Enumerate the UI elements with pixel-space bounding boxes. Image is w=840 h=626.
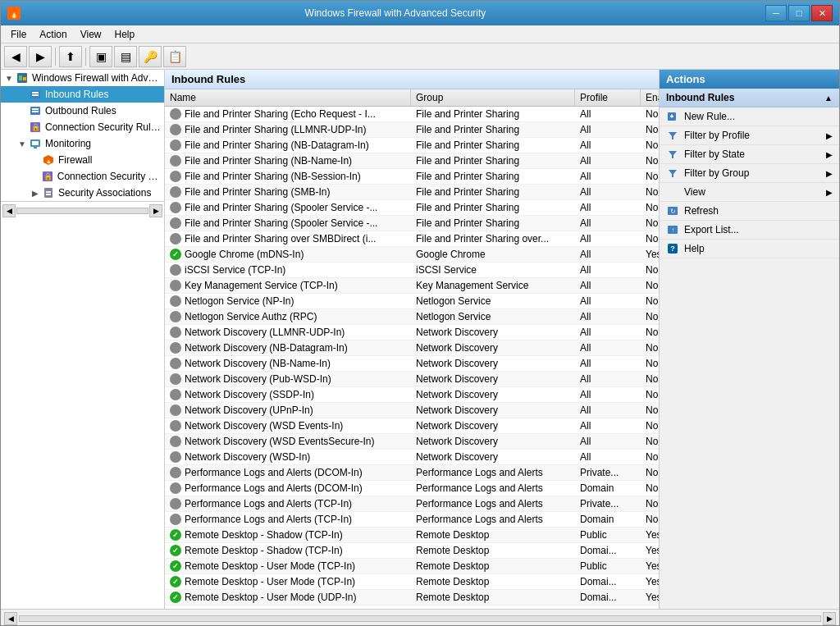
action-view[interactable]: View▶: [660, 183, 839, 202]
table-row[interactable]: Performance Logs and Alerts (TCP-In)Perf…: [165, 512, 659, 528]
sidebar-item-inbound[interactable]: Inbound Rules: [1, 86, 164, 103]
section-collapse-icon[interactable]: ▲: [824, 94, 833, 103]
maximize-button[interactable]: □: [788, 5, 810, 21]
table-row[interactable]: ✓Remote Desktop - User Mode (TCP-In)Remo…: [165, 559, 659, 574]
sidebar-item-root[interactable]: ▼Windows Firewall with Advanc...: [1, 70, 164, 86]
rule-name: File and Printer Sharing (Echo Request -…: [185, 108, 376, 120]
column-header-enabled[interactable]: Enabled: [641, 89, 659, 106]
status-scroll-left[interactable]: ◀: [4, 612, 17, 625]
table-row[interactable]: File and Printer Sharing (SMB-In)File an…: [165, 185, 659, 200]
table-row[interactable]: File and Printer Sharing (NB-Session-In)…: [165, 169, 659, 185]
show-hide-console-tree[interactable]: ▣: [89, 46, 112, 67]
rule-group: File and Printer Sharing: [411, 200, 575, 215]
table-row[interactable]: File and Printer Sharing (Spooler Servic…: [165, 216, 659, 231]
table-row[interactable]: Network Discovery (NB-Name-In)Network Di…: [165, 356, 659, 372]
table-row[interactable]: Network Discovery (Pub-WSD-In)Network Di…: [165, 372, 659, 387]
table-row[interactable]: Network Discovery (UPnP-In)Network Disco…: [165, 403, 659, 418]
back-button[interactable]: ◀: [4, 46, 27, 67]
sidebar-item-connection[interactable]: 🔒Connection Security Rules: [1, 119, 164, 135]
disabled-rule-icon: [170, 420, 181, 432]
status-scroll-right[interactable]: ▶: [823, 612, 836, 625]
rule-name: Remote Desktop - User Mode (TCP-In): [185, 576, 355, 587]
rule-name: File and Printer Sharing over SMBDirect …: [185, 233, 376, 244]
rule-group: Remote Desktop: [411, 590, 575, 605]
action-export[interactable]: ↑Export List...: [660, 221, 839, 240]
table-row[interactable]: File and Printer Sharing (LLMNR-UDP-In)F…: [165, 122, 659, 138]
table-row[interactable]: ✓Google Chrome (mDNS-In)Google ChromeAll…: [165, 247, 659, 263]
sidebar-item-connection2[interactable]: 🔒Connection Security Rul...: [1, 168, 164, 185]
sidebar-item-firewall2[interactable]: 🔥Firewall: [1, 152, 164, 168]
table-row[interactable]: Performance Logs and Alerts (DCOM-In)Per…: [165, 481, 659, 496]
rule-name: File and Printer Sharing (NB-Name-In): [185, 155, 352, 167]
rule-group: File and Printer Sharing: [411, 138, 575, 153]
rule-profile: All: [575, 309, 641, 324]
up-button[interactable]: ⬆: [59, 46, 82, 67]
action-label-help: Help: [684, 243, 705, 254]
table-row[interactable]: File and Printer Sharing (Echo Request -…: [165, 107, 659, 122]
properties-button[interactable]: ▤: [114, 46, 137, 67]
rule-profile: All: [575, 231, 641, 246]
table-row[interactable]: Netlogon Service Authz (RPC)Netlogon Ser…: [165, 309, 659, 325]
table-row[interactable]: File and Printer Sharing over SMBDirect …: [165, 231, 659, 247]
table-row[interactable]: File and Printer Sharing (NB-Datagram-In…: [165, 138, 659, 153]
table-row[interactable]: Key Management Service (TCP-In)Key Manag…: [165, 278, 659, 294]
table-row[interactable]: Network Discovery (SSDP-In)Network Disco…: [165, 387, 659, 403]
title-bar: 🔥 Windows Firewall with Advanced Securit…: [1, 1, 839, 25]
rule-enabled: Yes: [641, 247, 659, 262]
menu-view[interactable]: View: [74, 27, 108, 42]
sidebar-item-security[interactable]: ▶Security Associations: [1, 185, 164, 201]
close-button[interactable]: ✕: [811, 5, 833, 21]
sidebar-label-monitoring: Monitoring: [45, 138, 91, 149]
rules-list-container[interactable]: Name Group Profile Enabled File and Prin…: [165, 89, 659, 609]
table-row[interactable]: iSCSI Service (TCP-In)iSCSI ServiceAllNo: [165, 263, 659, 278]
action-filter-state[interactable]: Filter by State▶: [660, 145, 839, 164]
export-button[interactable]: 📋: [163, 46, 186, 67]
disabled-rule-icon: [170, 295, 181, 307]
sidebar-scroll-track[interactable]: [16, 208, 148, 214]
table-row[interactable]: Performance Logs and Alerts (TCP-In)Perf…: [165, 496, 659, 512]
table-row[interactable]: Network Discovery (WSD-In)Network Discov…: [165, 450, 659, 465]
table-row[interactable]: Network Discovery (LLMNR-UDP-In)Network …: [165, 325, 659, 340]
table-row[interactable]: ✓Remote Desktop - Shadow (TCP-In)Remote …: [165, 528, 659, 543]
column-header-name[interactable]: Name: [165, 89, 411, 106]
action-help[interactable]: ?Help: [660, 240, 839, 258]
sidebar-label-connection: Connection Security Rules: [45, 121, 161, 133]
action-filter-group[interactable]: Filter by Group▶: [660, 164, 839, 183]
disabled-rule-icon: [170, 202, 181, 213]
action-filter-profile[interactable]: Filter by Profile▶: [660, 126, 839, 145]
menu-action[interactable]: Action: [33, 27, 73, 42]
column-header-group[interactable]: Group: [411, 89, 575, 106]
svg-rect-13: [32, 141, 39, 145]
sidebar-scroll-right[interactable]: ▶: [149, 204, 162, 217]
table-row[interactable]: ✓Remote Desktop - Shadow (TCP-In)Remote …: [165, 543, 659, 559]
help-button[interactable]: 🔑: [139, 46, 162, 67]
table-row[interactable]: Performance Logs and Alerts (DCOM-In)Per…: [165, 465, 659, 481]
sidebar-item-monitoring[interactable]: ▼Monitoring: [1, 135, 164, 152]
table-row[interactable]: ✓Remote Desktop - User Mode (TCP-In)Remo…: [165, 574, 659, 590]
table-row[interactable]: File and Printer Sharing (NB-Name-In)Fil…: [165, 153, 659, 169]
sidebar-scroll-left[interactable]: ◀: [2, 204, 16, 217]
status-scroll-track[interactable]: [19, 615, 821, 622]
action-refresh[interactable]: ↻Refresh: [660, 202, 839, 221]
menu-file[interactable]: File: [4, 27, 33, 42]
expander-security[interactable]: ▶: [30, 188, 40, 198]
rule-group: Google Chrome: [411, 247, 575, 262]
table-row[interactable]: Network Discovery (NB-Datagram-In)Networ…: [165, 340, 659, 356]
sidebar-item-outbound[interactable]: Outbound Rules: [1, 103, 164, 119]
table-row[interactable]: Network Discovery (WSD Events-In)Network…: [165, 418, 659, 434]
menu-help[interactable]: Help: [108, 27, 142, 42]
expander-monitoring[interactable]: ▼: [17, 139, 27, 149]
table-row[interactable]: Netlogon Service (NP-In)Netlogon Service…: [165, 294, 659, 309]
table-row[interactable]: File and Printer Sharing (Spooler Servic…: [165, 200, 659, 216]
rule-profile: All: [575, 278, 641, 293]
minimize-button[interactable]: ─: [765, 5, 787, 21]
expander-root[interactable]: ▼: [4, 73, 14, 83]
table-row[interactable]: Network Discovery (WSD EventsSecure-In)N…: [165, 434, 659, 450]
table-row[interactable]: ✓Remote Desktop - User Mode (UDP-In)Remo…: [165, 590, 659, 605]
column-header-profile[interactable]: Profile: [575, 89, 641, 106]
action-new-rule[interactable]: New Rule...: [660, 107, 839, 126]
action-icon-view: [666, 185, 679, 199]
sidebar-label-security: Security Associations: [58, 187, 151, 199]
forward-button[interactable]: ▶: [29, 46, 52, 67]
rule-enabled: No: [641, 185, 659, 199]
